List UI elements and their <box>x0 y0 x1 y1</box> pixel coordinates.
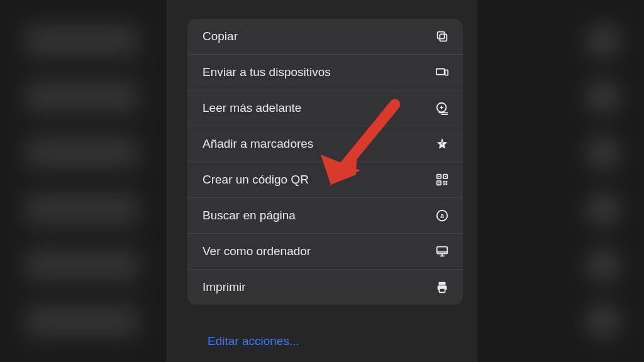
edit-actions-link[interactable]: Editar acciones... <box>208 334 299 348</box>
menu-item-print[interactable]: Imprimir <box>187 270 463 305</box>
menu-item-desktop-site[interactable]: Ver como ordenador <box>187 234 463 270</box>
svg-text:+: + <box>441 141 444 146</box>
menu-item-bookmark[interactable]: Añadir a marcadores + <box>187 126 463 162</box>
copy-icon <box>435 30 449 43</box>
menu-item-label: Ver como ordenador <box>203 244 311 258</box>
menu-item-send-devices[interactable]: Enviar a tus dispositivos <box>187 55 463 90</box>
svg-rect-13 <box>438 176 440 177</box>
svg-rect-26 <box>439 282 446 285</box>
svg-rect-14 <box>445 176 446 177</box>
menu-item-label: Imprimir <box>203 280 246 294</box>
svg-rect-2 <box>436 69 445 75</box>
star-add-icon: + <box>435 137 449 151</box>
menu-item-label: Crear un código QR <box>203 173 309 187</box>
svg-rect-22 <box>437 247 448 254</box>
svg-rect-1 <box>438 32 445 39</box>
desktop-icon <box>435 244 449 258</box>
menu-item-label: Buscar en página <box>203 209 296 222</box>
menu-item-copy[interactable]: Copiar <box>187 19 463 55</box>
read-later-icon <box>435 101 449 115</box>
menu-item-find-in-page[interactable]: Buscar en página a <box>187 198 463 234</box>
menu-item-read-later[interactable]: Leer más adelante <box>187 90 463 126</box>
svg-rect-28 <box>439 288 445 292</box>
svg-rect-18 <box>443 184 445 185</box>
svg-rect-17 <box>446 181 448 183</box>
menu-item-label: Leer más adelante <box>203 101 301 115</box>
search-page-icon: a <box>435 209 449 222</box>
devices-icon <box>435 65 449 79</box>
menu-item-label: Copiar <box>203 30 238 43</box>
svg-rect-15 <box>438 182 440 184</box>
svg-text:a: a <box>440 212 444 219</box>
edit-actions-label: Editar acciones... <box>208 334 299 348</box>
svg-rect-3 <box>445 70 448 75</box>
context-menu: Copiar Enviar a tus dispositivos Leer má… <box>187 19 463 305</box>
menu-item-qr-code[interactable]: Crear un código QR <box>187 162 463 198</box>
menu-item-label: Enviar a tus dispositivos <box>203 65 331 79</box>
qr-icon <box>435 173 449 187</box>
svg-rect-0 <box>440 34 447 41</box>
menu-item-label: Añadir a marcadores <box>203 137 313 151</box>
svg-rect-16 <box>443 181 445 183</box>
print-icon <box>435 280 449 294</box>
svg-rect-19 <box>446 184 448 185</box>
